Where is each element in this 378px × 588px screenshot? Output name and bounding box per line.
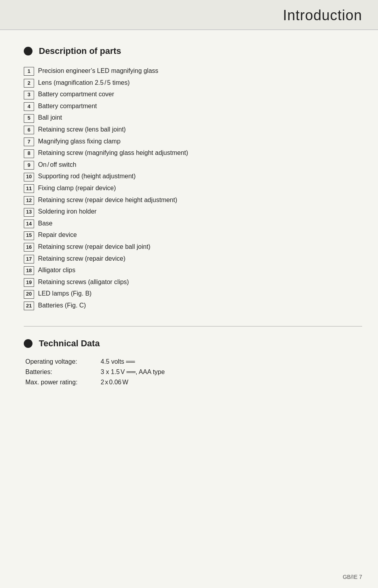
part-description: Batteries (Fig. C)	[38, 300, 86, 311]
content-area: Description of parts 1Precision engineer…	[0, 30, 378, 405]
list-item: 13Soldering iron holder	[24, 206, 362, 217]
part-description: Ball joint	[38, 113, 62, 123]
part-description: Fixing clamp (repair device)	[38, 183, 116, 193]
part-description: Magnifying glass fixing clamp	[38, 136, 120, 147]
bullet-icon	[24, 47, 32, 55]
list-item: 7Magnifying glass fixing clamp	[24, 136, 362, 147]
part-description: Repair device	[38, 230, 77, 240]
part-description: Alligator clips	[38, 265, 75, 275]
divider	[24, 326, 362, 326]
list-item: 18Alligator clips	[24, 265, 362, 275]
part-number: 18	[24, 266, 34, 275]
part-description: Retaining screw (repair device height ad…	[38, 195, 177, 205]
list-item: 9On / off switch	[24, 160, 362, 170]
list-item: 12Retaining screw (repair device height …	[24, 195, 362, 205]
footer-text: GB/IE 7	[343, 574, 362, 580]
part-description: On / off switch	[38, 160, 76, 170]
part-description: Retaining screw (lens ball joint)	[38, 124, 126, 135]
part-number: 15	[24, 231, 34, 240]
list-item: 10Supporting rod (height adjustment)	[24, 171, 362, 181]
list-item: 1Precision engineer’s LED magnifying gla…	[24, 66, 362, 76]
page-title: Introduction	[283, 7, 362, 23]
part-description: Soldering iron holder	[38, 206, 97, 217]
tech-value: 2 x 0.06 W	[101, 379, 128, 386]
list-item: 3Battery compartment cover	[24, 89, 362, 99]
part-description: Base	[38, 218, 52, 229]
part-description: Precision engineer’s LED magnifying glas…	[38, 66, 158, 76]
header-bar: Introduction	[0, 0, 378, 30]
part-number: 14	[24, 220, 34, 228]
part-description: Retaining screws (alligator clips)	[38, 277, 129, 287]
list-item: 20LED lamps (Fig. B)	[24, 288, 362, 299]
part-number: 3	[24, 91, 34, 99]
part-description: Retaining screw (repair device ball join…	[38, 242, 151, 252]
description-heading-text: Description of parts	[39, 46, 121, 56]
tech-row: Max. power rating:2 x 0.06 W	[25, 379, 362, 386]
part-description: Retaining screw (magnifying glass height…	[38, 148, 188, 158]
tech-row: Batteries:3 x 1.5 V ══, AAA type	[25, 368, 362, 376]
technical-section-heading: Technical Data	[24, 338, 362, 349]
part-description: Battery compartment cover	[38, 89, 114, 99]
list-item: 6Retaining screw (lens ball joint)	[24, 124, 362, 135]
list-item: 2Lens (magnification 2.5 / 5 times)	[24, 78, 362, 88]
part-number: 10	[24, 173, 34, 181]
list-item: 19Retaining screws (alligator clips)	[24, 277, 362, 287]
tech-value: 3 x 1.5 V ══, AAA type	[101, 368, 165, 376]
list-item: 8Retaining screw (magnifying glass heigh…	[24, 148, 362, 158]
part-description: Supporting rod (height adjustment)	[38, 171, 136, 181]
tech-data-table: Operating voltage:4.5 volts ══Batteries:…	[25, 358, 362, 386]
list-item: 11Fixing clamp (repair device)	[24, 183, 362, 193]
part-description: Retaining screw (repair device)	[38, 254, 126, 264]
part-number: 17	[24, 255, 34, 263]
technical-section: Technical Data Operating voltage:4.5 vol…	[24, 338, 362, 386]
bullet-icon-tech	[24, 339, 32, 348]
description-section-heading: Description of parts	[24, 46, 362, 56]
part-number: 21	[24, 302, 34, 310]
part-number: 6	[24, 126, 34, 134]
part-number: 20	[24, 290, 34, 299]
list-item: 14Base	[24, 218, 362, 229]
part-number: 4	[24, 102, 34, 111]
footer: GB/IE 7	[343, 574, 362, 580]
part-number: 7	[24, 137, 34, 146]
tech-label: Batteries:	[25, 368, 101, 376]
part-number: 5	[24, 114, 34, 123]
list-item: 5Ball joint	[24, 113, 362, 123]
page: Introduction Description of parts 1Preci…	[0, 0, 378, 588]
list-item: 4Battery compartment	[24, 101, 362, 111]
part-number: 9	[24, 161, 34, 170]
part-description: LED lamps (Fig. B)	[38, 288, 92, 299]
part-number: 16	[24, 243, 34, 252]
part-number: 1	[24, 67, 34, 76]
tech-value: 4.5 volts ══	[101, 358, 135, 365]
technical-heading-text: Technical Data	[39, 338, 100, 349]
part-number: 2	[24, 79, 34, 88]
part-number: 12	[24, 196, 34, 205]
part-number: 13	[24, 208, 34, 217]
tech-label: Max. power rating:	[25, 379, 101, 386]
tech-row: Operating voltage:4.5 volts ══	[25, 358, 362, 365]
part-number: 19	[24, 278, 34, 287]
part-description: Lens (magnification 2.5 / 5 times)	[38, 78, 130, 88]
list-item: 17Retaining screw (repair device)	[24, 254, 362, 264]
part-number: 8	[24, 149, 34, 158]
list-item: 16Retaining screw (repair device ball jo…	[24, 242, 362, 252]
tech-label: Operating voltage:	[25, 358, 101, 365]
part-number: 11	[24, 184, 34, 193]
list-item: 21Batteries (Fig. C)	[24, 300, 362, 311]
list-item: 15Repair device	[24, 230, 362, 240]
part-description: Battery compartment	[38, 101, 97, 111]
parts-list: 1Precision engineer’s LED magnifying gla…	[24, 66, 362, 310]
